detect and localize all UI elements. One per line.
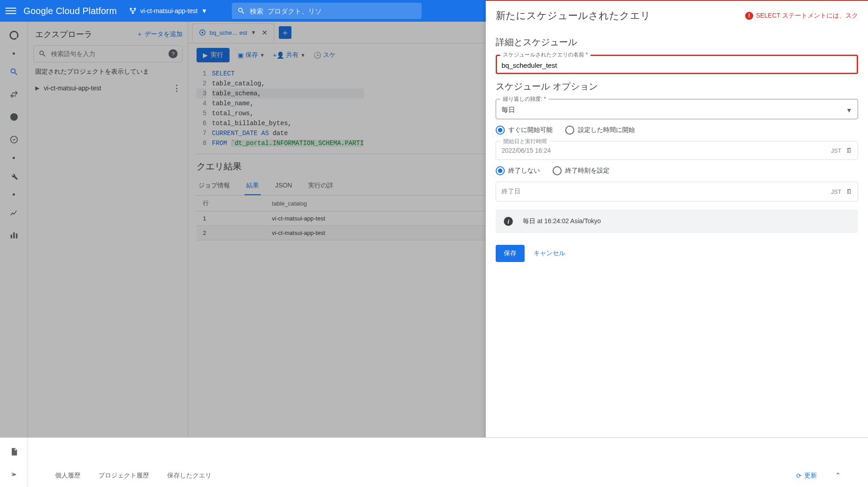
project-name: vi-ct-matsui-app-test — [141, 7, 198, 14]
schedule-panel: 新たにスケジュールされたクエリ ! SELECT ステートメントには、スク 詳細… — [486, 0, 868, 487]
refresh-icon: ⟳ — [796, 472, 802, 479]
nav-dot — [13, 52, 15, 55]
explorer-panel: エクスプローラ ＋データを追加 ? 固定されたプロジェクトを表示していま ▶ v… — [28, 22, 188, 487]
close-icon[interactable]: ✕ — [262, 28, 267, 37]
calendar-icon[interactable]: 🗓 — [846, 188, 852, 195]
tab-job-info[interactable]: ジョブ情報 — [197, 177, 232, 195]
scheduled-queries-icon[interactable] — [9, 112, 19, 122]
svg-point-10 — [202, 32, 203, 33]
section-details: 詳細とスケジュール — [496, 36, 858, 48]
search-icon — [38, 50, 47, 58]
chevron-down-icon: ▼ — [846, 107, 852, 114]
tree-item-label: vi-ct-matsui-app-test — [44, 84, 101, 92]
reservations-icon[interactable] — [9, 134, 19, 145]
end-date-placeholder: 終了日 — [502, 187, 521, 196]
gcp-logo: Google Cloud Platform — [23, 6, 117, 16]
save-icon: ▣ — [238, 52, 244, 59]
svg-rect-12 — [13, 453, 16, 454]
col-catalog: table_catalog — [266, 196, 511, 211]
chevron-down-icon: ▼ — [201, 7, 207, 14]
document-icon[interactable] — [9, 447, 19, 458]
svg-point-0 — [130, 8, 132, 10]
cancel-button[interactable]: キャンセル — [534, 249, 565, 258]
schedule-menu[interactable]: 🕒スケ — [314, 51, 336, 59]
analytics-icon[interactable] — [9, 207, 19, 218]
more-vert-icon[interactable]: ⋮ — [173, 83, 181, 93]
schedule-summary: 毎日 at 16:24:02 Asia/Tokyo — [523, 217, 601, 225]
project-icon — [129, 7, 137, 15]
wrench-icon[interactable] — [9, 171, 19, 182]
schedule-info-box: i 毎日 at 16:24:02 Asia/Tokyo — [496, 210, 858, 233]
radio-start-now[interactable]: すぐに開始可能 — [496, 126, 553, 135]
query-name-field[interactable]: スケジュールされたクエリの名前 * — [496, 55, 858, 74]
svg-rect-5 — [13, 232, 14, 238]
refresh-button[interactable]: ⟳更新 — [796, 472, 817, 480]
search-icon — [237, 7, 245, 15]
query-name-input[interactable] — [502, 61, 852, 69]
svg-rect-4 — [10, 234, 12, 238]
end-date-field[interactable]: 終了日 JST 🗓 — [496, 182, 858, 201]
svg-point-2 — [131, 12, 134, 14]
explorer-search-input[interactable] — [51, 50, 164, 57]
radio-end-at[interactable]: 終了時刻を設定 — [553, 166, 610, 175]
play-icon: ▶ — [203, 52, 208, 59]
personal-history[interactable]: 個人履歴 — [55, 472, 80, 480]
global-search[interactable] — [232, 3, 422, 19]
tab-label: bq_sche… est — [210, 29, 247, 36]
calendar-icon[interactable]: 🗓 — [846, 147, 852, 154]
chevron-right-icon: ▶ — [35, 85, 39, 91]
tab-execution[interactable]: 実行の詳 — [306, 177, 335, 195]
start-datetime-field[interactable]: 開始日と実行時間 2022/06/15 16:24 JST 🗓 — [496, 141, 858, 160]
search-nav-icon[interactable] — [9, 66, 19, 77]
info-icon: i — [504, 217, 513, 226]
explorer-title: エクスプローラ — [35, 29, 92, 40]
expand-icon[interactable]: ⌃ — [835, 471, 841, 480]
svg-rect-6 — [16, 234, 17, 239]
run-button[interactable]: ▶実行 — [197, 48, 230, 62]
panel-error: ! SELECT ステートメントには、スク — [745, 12, 858, 20]
timezone-label: JST — [831, 188, 841, 195]
add-data-button[interactable]: ＋データを追加 — [136, 30, 183, 38]
duplicate-strip: ı▸ 個人履歴 プロジェクト履歴 保存したクエリ ⟳更新 ⌃ — [0, 437, 868, 487]
repeat-label: 繰り返しの頻度: * — [500, 95, 549, 103]
share-menu[interactable]: +👤共有▼ — [273, 51, 305, 59]
col-row: 行 — [197, 196, 266, 211]
timezone-label: JST — [831, 147, 841, 154]
repeat-value: 毎日 — [502, 106, 846, 114]
project-picker[interactable]: vi-ct-matsui-app-test ▼ — [124, 4, 212, 18]
tab-json[interactable]: JSON — [273, 177, 294, 195]
save-menu[interactable]: ▣保存▼ — [238, 51, 265, 59]
hamburger-icon[interactable] — [5, 5, 16, 16]
tab-results[interactable]: 結果 — [244, 177, 261, 195]
bigquery-logo-icon[interactable] — [9, 30, 19, 41]
repeat-frequency-select[interactable]: 繰り返しの頻度: * 毎日 ▼ — [496, 99, 858, 119]
error-icon: ! — [745, 12, 753, 20]
explorer-search[interactable]: ? — [33, 45, 183, 62]
collapse-icon[interactable]: ı▸ — [11, 470, 16, 478]
plus-icon: ＋ — [136, 30, 143, 38]
new-tab-button[interactable]: ＋ — [279, 26, 291, 39]
project-history[interactable]: プロジェクト履歴 — [99, 472, 149, 480]
search-input[interactable] — [250, 7, 416, 15]
save-button[interactable]: 保存 — [496, 245, 525, 262]
share-icon: +👤 — [273, 52, 284, 59]
chevron-down-icon: ▼ — [260, 52, 265, 58]
bi-engine-icon[interactable] — [9, 230, 19, 241]
editor-tab[interactable]: bq_sche… est ▼ ✕ — [192, 23, 274, 42]
clock-icon: 🕒 — [314, 52, 321, 59]
code-area[interactable]: SELECT table_catalog, table_schema, tabl… — [212, 69, 364, 148]
svg-rect-11 — [13, 452, 16, 452]
saved-queries[interactable]: 保存したクエリ — [167, 472, 211, 480]
radio-start-at[interactable]: 設定した時間に開始 — [565, 126, 635, 135]
nav-dot — [13, 193, 15, 196]
help-icon[interactable]: ? — [169, 49, 178, 58]
panel-title: 新たにスケジュールされたクエリ — [496, 9, 736, 23]
radio-no-end[interactable]: 終了しない — [496, 166, 540, 175]
query-name-label: スケジュールされたクエリの名前 * — [500, 51, 591, 59]
leftnav: ı▸ — [0, 22, 28, 487]
chevron-down-icon[interactable]: ▼ — [251, 29, 256, 36]
svg-point-1 — [134, 8, 136, 10]
transfers-icon[interactable] — [9, 89, 19, 100]
nav-dot — [13, 157, 15, 159]
tree-item-project[interactable]: ▶ vi-ct-matsui-app-test ⋮ — [28, 80, 188, 96]
